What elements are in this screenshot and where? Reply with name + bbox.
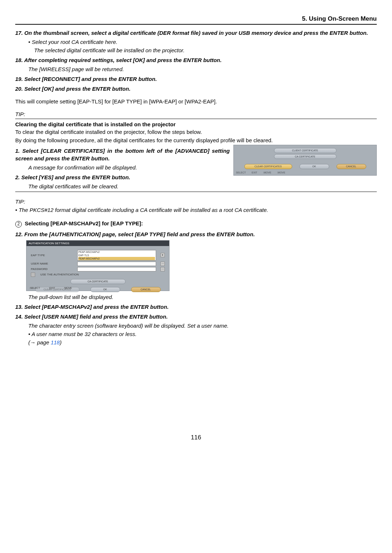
clear-step-2: 2. Select [YES] and press the ENTER butt… (15, 173, 230, 181)
section-header: 5. Using On-Screen Menu (15, 15, 377, 25)
password-field[interactable] (77, 267, 156, 271)
clearing-line-1: To clear the digital certificate install… (15, 128, 377, 136)
step-13: 13. Select [PEAP-MSCHAPv2] and press the… (15, 303, 377, 311)
pageref-suffix: ) (60, 339, 62, 345)
use-auth-checkbox[interactable] (31, 273, 35, 277)
cancel-button[interactable]: CANCEL (336, 164, 366, 169)
ca-cert-button[interactable]: CA CERTIFICATE (274, 154, 336, 159)
circled-number-icon: 2 (15, 221, 22, 228)
eap-type-label: EAP TYPE (31, 253, 74, 257)
step-19: 19. Select [RECONNECT] and press the ENT… (15, 75, 377, 83)
tip-2-bullet: • The PKCS#12 format digital certificate… (15, 206, 377, 214)
step-18-note: The [WIRELESS] page will be returned. (28, 65, 377, 73)
client-cert-button[interactable]: CLIENT CERTIFICATE (274, 148, 336, 153)
tip-label-1: TIP: (15, 110, 377, 118)
hint-move-3: :MOVE (64, 286, 72, 290)
user-name-field[interactable] (77, 262, 156, 266)
eap-option-selected[interactable]: PEAP-MSCHAPv2 (78, 257, 155, 260)
hint-exit-2: :EXIT (49, 286, 55, 290)
step-12: 12. From the [AUTHENTICATION] page, sele… (15, 230, 377, 238)
field-edit-icon[interactable]: ⋯ (160, 267, 165, 271)
clear-certificates-button[interactable]: CLEAR CERTIFICATES (244, 164, 292, 169)
screenshot-clear-certs: CLIENT CERTIFICATE CA CERTIFICATE CLEAR … (233, 145, 377, 176)
user-name-label: USER NAME (31, 262, 74, 266)
divider (15, 192, 377, 192)
clear-step-1: 1. Select [CLEAR CERTIFICATES] in the bo… (15, 147, 230, 162)
pageref-link[interactable]: 118 (51, 339, 60, 345)
step-14-note: The character entry screen (software key… (28, 322, 377, 329)
eap-type-dropdown[interactable]: PEAP-MSCHAPv2 EAP-TLS PEAP-MSCHAPv2 (77, 250, 156, 261)
step-17: 17. On the thumbnail screen, select a di… (15, 29, 377, 37)
hint-move-2: :MOVE (277, 171, 285, 175)
divider (15, 119, 377, 119)
page-number: 116 (15, 433, 377, 442)
completion-note: This will complete setting [EAP-TLS] for… (15, 98, 377, 105)
step-14: 14. Select [USER NAME] field and press t… (15, 313, 377, 320)
step-14-bullet: A user name must be 32 characters or les… (28, 330, 377, 338)
password-label: PASSWORD (31, 267, 74, 271)
eap-option-2[interactable]: EAP-TLS (78, 254, 155, 257)
use-auth-label: USE THE AUTHENTICATION (40, 273, 79, 276)
step-18: 18. After completing required settings, … (15, 56, 377, 64)
field-edit-icon[interactable]: ⋯ (160, 262, 165, 266)
step-17-bullet-1: Select your root CA certificate here. (28, 38, 377, 46)
clear-step-1-note: A message for confirmation will be displ… (28, 164, 230, 171)
section-b-title-text: Selecting [PEAP-MSCHAPv2] for [EAP TYPE]… (23, 220, 143, 226)
hint-select-2: :SELECT (29, 286, 40, 290)
hint-move-1: :MOVE (263, 171, 271, 175)
eap-option-1[interactable]: PEAP-MSCHAPv2 (78, 250, 155, 254)
page-reference: (→ page 118) (28, 339, 377, 346)
clearing-line-2: By doing the following procedure, all th… (15, 136, 377, 144)
step-20: 20. Select [OK] and press the ENTER butt… (15, 85, 377, 93)
pageref-prefix: (→ page (28, 339, 51, 345)
step-17-bullet-2: The selected digital certificate will be… (34, 46, 377, 54)
hint-exit: EXIT (252, 171, 257, 175)
hint-select: SELECT (236, 171, 246, 175)
step-12-note: The pull-down list will be displayed. (28, 293, 377, 301)
tip-label-2: TIP: (15, 198, 377, 205)
screenshot-auth-settings: AUTHENTICATION SETTINGS EAP TYPE PEAP-MS… (26, 240, 170, 291)
clearing-heading: Clearing the digital certificate that is… (15, 120, 377, 128)
ca-cert-button-2[interactable]: CA CERTIFICATE (70, 279, 126, 284)
clear-step-2-note: The digital certificates will be cleared… (28, 183, 230, 190)
dropdown-arrow-icon[interactable]: ▾ (160, 253, 165, 257)
ok-button[interactable]: OK (299, 164, 329, 169)
section-b-heading: 2 Selecting [PEAP-MSCHAPv2] for [EAP TYP… (15, 220, 377, 228)
dialog-title: AUTHENTICATION SETTINGS (26, 241, 169, 246)
